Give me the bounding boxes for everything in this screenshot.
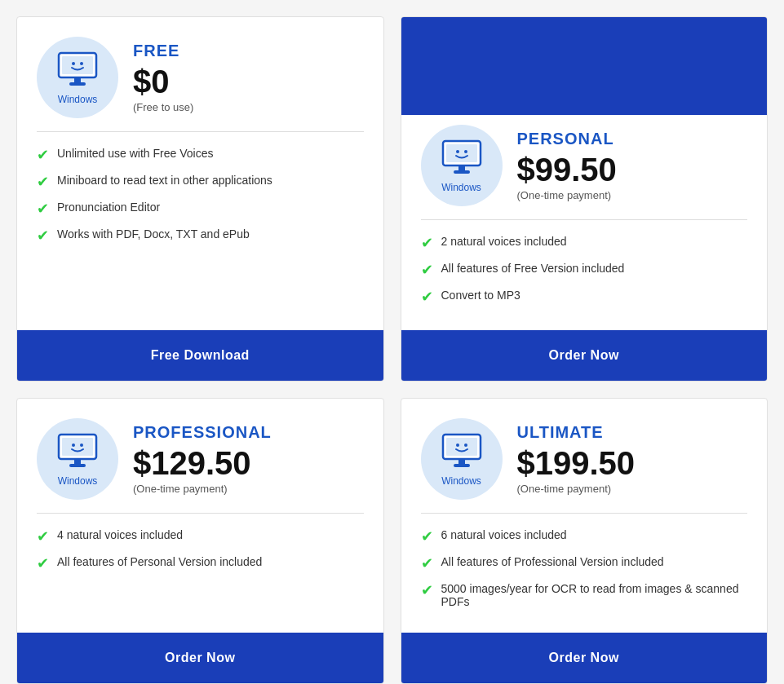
check-icon: ✔ <box>37 554 49 572</box>
svg-rect-4 <box>74 77 81 82</box>
feature-item: ✔ All features of Professional Version i… <box>421 555 748 572</box>
svg-rect-7 <box>446 144 477 162</box>
monitor-icon <box>440 431 484 474</box>
feature-text: Unlimited use with Free Voices <box>57 147 213 160</box>
svg-rect-19 <box>446 438 477 456</box>
feature-text: All features of Professional Version inc… <box>441 555 664 568</box>
svg-point-21 <box>464 443 467 447</box>
svg-point-3 <box>80 62 83 65</box>
feature-item: ✔ 5000 images/year for OCR to read from … <box>421 582 748 608</box>
check-icon: ✔ <box>421 288 433 306</box>
plan-info: ULTIMATE $199.50 (One-time payment) <box>517 423 636 495</box>
pricing-grid: Windows FREE $0 (Free to use) ✔ Unlimite… <box>16 16 768 684</box>
plan-name: ULTIMATE <box>517 423 636 442</box>
feature-item: ✔ Works with PDF, Docx, TXT and ePub <box>37 227 364 245</box>
icon-label: Windows <box>58 475 98 487</box>
plan-price: $0 <box>133 64 193 99</box>
svg-point-15 <box>80 443 83 447</box>
feature-text: 5000 images/year for OCR to read from im… <box>441 582 748 608</box>
check-icon: ✔ <box>421 527 433 545</box>
monitor-icon <box>55 431 100 474</box>
pricing-card-ultimate: Windows ULTIMATE $199.50 (One-time payme… <box>401 398 768 684</box>
plan-info: FREE $0 (Free to use) <box>133 42 193 113</box>
features-list: ✔ 6 natural voices included ✔ All featur… <box>401 514 768 633</box>
features-list: ✔ 2 natural voices included ✔ All featur… <box>401 220 768 330</box>
plan-icon-circle: Windows <box>421 125 503 206</box>
plan-price: $199.50 <box>517 445 636 481</box>
svg-rect-23 <box>454 464 470 467</box>
plan-icon-circle: Windows <box>37 418 118 500</box>
feature-text: Convert to MP3 <box>441 289 520 302</box>
feature-item: ✔ Miniboard to read text in other applic… <box>37 174 364 191</box>
check-icon: ✔ <box>421 554 433 572</box>
check-icon: ✔ <box>421 261 433 279</box>
card-header: Windows ULTIMATE $199.50 (One-time payme… <box>401 399 768 513</box>
feature-text: 6 natural voices included <box>441 528 567 541</box>
card-header: Windows PERSONAL $99.50 (One-time paymen… <box>401 115 768 219</box>
svg-rect-13 <box>62 438 93 456</box>
svg-rect-10 <box>458 165 465 170</box>
pricing-card-free: Windows FREE $0 (Free to use) ✔ Unlimite… <box>16 16 384 382</box>
feature-text: All features of Free Version included <box>441 262 625 275</box>
svg-rect-1 <box>62 56 93 74</box>
pricing-card-personal: Windows PERSONAL $99.50 (One-time paymen… <box>401 16 768 382</box>
svg-rect-22 <box>458 459 465 464</box>
ultimate-button[interactable]: Order Now <box>401 633 768 683</box>
check-icon: ✔ <box>37 227 49 245</box>
professional-button[interactable]: Order Now <box>17 633 383 683</box>
features-list: ✔ Unlimited use with Free Voices ✔ Minib… <box>17 132 383 330</box>
feature-text: All features of Personal Version include… <box>57 555 262 568</box>
pricing-card-professional: Windows PROFESSIONAL $129.50 (One-time p… <box>16 398 384 684</box>
plan-name: PROFESSIONAL <box>133 423 272 442</box>
card-header: Windows FREE $0 (Free to use) <box>17 17 383 131</box>
icon-label: Windows <box>441 182 481 193</box>
plan-info: PROFESSIONAL $129.50 (One-time payment) <box>133 423 272 495</box>
plan-name: PERSONAL <box>517 130 617 148</box>
monitor-icon <box>55 50 100 92</box>
plan-price: $99.50 <box>517 152 617 188</box>
feature-text: 4 natural voices included <box>57 528 183 541</box>
svg-point-8 <box>456 150 459 153</box>
svg-point-2 <box>72 62 75 65</box>
svg-point-20 <box>456 443 459 447</box>
plan-icon-circle: Windows <box>421 418 503 500</box>
check-icon: ✔ <box>37 146 49 164</box>
svg-point-14 <box>72 443 75 447</box>
svg-rect-5 <box>69 82 86 86</box>
plan-note: (One-time payment) <box>133 483 272 495</box>
feature-item: ✔ All features of Personal Version inclu… <box>37 555 364 572</box>
plan-info: PERSONAL $99.50 (One-time payment) <box>517 130 617 201</box>
svg-rect-11 <box>454 170 470 174</box>
feature-item: ✔ 6 natural voices included <box>421 528 748 545</box>
icon-label: Windows <box>58 94 98 105</box>
featured-bar <box>401 66 768 115</box>
feature-text: Works with PDF, Docx, TXT and ePub <box>57 227 250 241</box>
plan-note: (One-time payment) <box>517 483 636 495</box>
features-list: ✔ 4 natural voices included ✔ All featur… <box>17 514 383 633</box>
plan-price: $129.50 <box>133 445 272 481</box>
free-button[interactable]: Free Download <box>17 330 383 381</box>
feature-text: Miniboard to read text in other applicat… <box>57 174 272 187</box>
check-icon: ✔ <box>421 581 433 599</box>
svg-rect-17 <box>69 464 86 467</box>
feature-item: ✔ 2 natural voices included <box>421 235 748 252</box>
svg-point-9 <box>464 150 467 153</box>
plan-name: FREE <box>133 42 193 60</box>
svg-rect-16 <box>74 459 81 464</box>
check-icon: ✔ <box>37 527 49 545</box>
feature-item: ✔ Unlimited use with Free Voices <box>37 147 364 164</box>
check-icon: ✔ <box>421 234 433 252</box>
plan-icon-circle: Windows <box>37 37 118 118</box>
feature-text: Pronunciation Editor <box>57 201 160 214</box>
personal-button[interactable]: Order Now <box>401 330 768 381</box>
feature-item: ✔ Convert to MP3 <box>421 289 748 306</box>
check-icon: ✔ <box>37 173 49 191</box>
monitor-icon <box>440 138 484 180</box>
feature-text: 2 natural voices included <box>441 235 567 248</box>
card-header: Windows PROFESSIONAL $129.50 (One-time p… <box>17 399 383 513</box>
check-icon: ✔ <box>37 200 49 218</box>
feature-item: ✔ 4 natural voices included <box>37 528 364 545</box>
plan-note: (One-time payment) <box>517 189 617 201</box>
feature-item: ✔ All features of Free Version included <box>421 262 748 279</box>
plan-note: (Free to use) <box>133 101 193 113</box>
